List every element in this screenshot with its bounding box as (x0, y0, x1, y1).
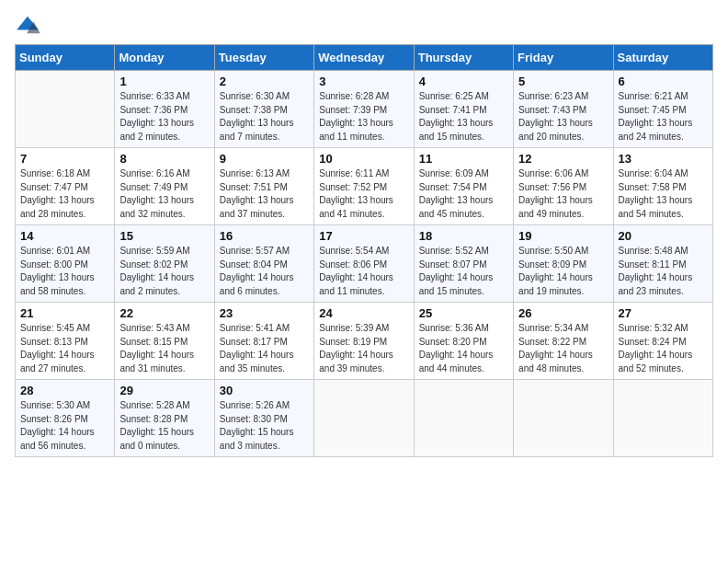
day-header-monday: Monday (115, 45, 214, 71)
cell-info: Sunrise: 6:04 AM Sunset: 7:58 PM Dayligh… (619, 167, 708, 221)
calendar-cell: 28Sunrise: 5:30 AM Sunset: 8:26 PM Dayli… (16, 380, 115, 457)
day-number: 27 (619, 306, 708, 320)
day-number: 21 (20, 306, 109, 320)
calendar-cell: 7Sunrise: 6:18 AM Sunset: 7:47 PM Daylig… (16, 148, 115, 225)
day-number: 10 (319, 152, 408, 166)
cell-info: Sunrise: 6:28 AM Sunset: 7:39 PM Dayligh… (319, 90, 408, 144)
calendar-cell: 3Sunrise: 6:28 AM Sunset: 7:39 PM Daylig… (314, 71, 414, 148)
cell-info: Sunrise: 5:45 AM Sunset: 8:13 PM Dayligh… (20, 322, 109, 375)
cell-info: Sunrise: 5:32 AM Sunset: 8:24 PM Dayligh… (619, 322, 708, 375)
calendar-cell (314, 380, 414, 457)
cell-info: Sunrise: 5:50 AM Sunset: 8:09 PM Dayligh… (518, 245, 608, 298)
day-number: 24 (319, 306, 408, 320)
day-number: 7 (20, 152, 109, 166)
calendar-cell: 30Sunrise: 5:26 AM Sunset: 8:30 PM Dayli… (214, 380, 313, 457)
cell-info: Sunrise: 6:16 AM Sunset: 7:49 PM Dayligh… (119, 167, 209, 221)
day-number: 4 (419, 75, 508, 88)
day-number: 17 (319, 229, 408, 243)
day-number: 22 (119, 306, 209, 320)
calendar-cell: 22Sunrise: 5:43 AM Sunset: 8:15 PM Dayli… (115, 303, 214, 380)
cell-info: Sunrise: 6:21 AM Sunset: 7:45 PM Dayligh… (619, 90, 708, 144)
calendar-cell: 27Sunrise: 5:32 AM Sunset: 8:24 PM Dayli… (613, 303, 712, 380)
day-header-sunday: Sunday (16, 45, 115, 71)
day-header-friday: Friday (514, 45, 613, 71)
day-number: 11 (419, 152, 508, 166)
day-number: 12 (518, 152, 608, 166)
day-number: 3 (319, 75, 408, 88)
week-row-1: 1Sunrise: 6:33 AM Sunset: 7:36 PM Daylig… (16, 71, 713, 148)
day-number: 6 (619, 75, 708, 88)
cell-info: Sunrise: 5:36 AM Sunset: 8:20 PM Dayligh… (419, 322, 508, 375)
day-number: 15 (119, 229, 209, 243)
day-header-thursday: Thursday (414, 45, 513, 71)
calendar-cell: 8Sunrise: 6:16 AM Sunset: 7:49 PM Daylig… (115, 148, 214, 225)
calendar-cell (414, 380, 513, 457)
cell-info: Sunrise: 5:41 AM Sunset: 8:17 PM Dayligh… (220, 322, 309, 375)
page-header (15, 15, 713, 35)
day-number: 16 (220, 229, 309, 243)
calendar-cell: 12Sunrise: 6:06 AM Sunset: 7:56 PM Dayli… (514, 148, 613, 225)
day-number: 26 (518, 306, 608, 320)
day-number: 18 (419, 229, 508, 243)
calendar-cell: 19Sunrise: 5:50 AM Sunset: 8:09 PM Dayli… (514, 225, 613, 303)
week-row-5: 28Sunrise: 5:30 AM Sunset: 8:26 PM Dayli… (16, 380, 713, 457)
calendar-table: SundayMondayTuesdayWednesdayThursdayFrid… (15, 44, 713, 457)
cell-info: Sunrise: 5:57 AM Sunset: 8:04 PM Dayligh… (220, 245, 309, 298)
day-number: 13 (619, 152, 708, 166)
calendar-cell: 13Sunrise: 6:04 AM Sunset: 7:58 PM Dayli… (613, 148, 712, 225)
day-number: 14 (20, 229, 109, 243)
calendar-cell: 4Sunrise: 6:25 AM Sunset: 7:41 PM Daylig… (414, 71, 513, 148)
logo-icon (15, 15, 40, 35)
calendar-cell: 1Sunrise: 6:33 AM Sunset: 7:36 PM Daylig… (115, 71, 214, 148)
cell-info: Sunrise: 6:23 AM Sunset: 7:43 PM Dayligh… (518, 90, 608, 144)
day-header-wednesday: Wednesday (314, 45, 414, 71)
cell-info: Sunrise: 6:11 AM Sunset: 7:52 PM Dayligh… (319, 167, 408, 221)
day-number: 29 (119, 384, 209, 397)
cell-info: Sunrise: 5:30 AM Sunset: 8:26 PM Dayligh… (20, 399, 109, 453)
cell-info: Sunrise: 6:06 AM Sunset: 7:56 PM Dayligh… (518, 167, 608, 221)
day-number: 30 (220, 384, 309, 397)
calendar-cell: 18Sunrise: 5:52 AM Sunset: 8:07 PM Dayli… (414, 225, 513, 303)
calendar-cell: 17Sunrise: 5:54 AM Sunset: 8:06 PM Dayli… (314, 225, 414, 303)
day-number: 23 (220, 306, 309, 320)
cell-info: Sunrise: 5:52 AM Sunset: 8:07 PM Dayligh… (419, 245, 508, 298)
cell-info: Sunrise: 5:48 AM Sunset: 8:11 PM Dayligh… (619, 245, 708, 298)
cell-info: Sunrise: 5:59 AM Sunset: 8:02 PM Dayligh… (119, 245, 209, 298)
day-header-tuesday: Tuesday (214, 45, 313, 71)
day-number: 25 (419, 306, 508, 320)
cell-info: Sunrise: 5:34 AM Sunset: 8:22 PM Dayligh… (518, 322, 608, 375)
calendar-cell: 9Sunrise: 6:13 AM Sunset: 7:51 PM Daylig… (214, 148, 313, 225)
week-row-2: 7Sunrise: 6:18 AM Sunset: 7:47 PM Daylig… (16, 148, 713, 225)
day-number: 9 (220, 152, 309, 166)
calendar-cell (613, 380, 712, 457)
day-number: 5 (518, 75, 608, 88)
calendar-cell: 23Sunrise: 5:41 AM Sunset: 8:17 PM Dayli… (214, 303, 313, 380)
cell-info: Sunrise: 6:09 AM Sunset: 7:54 PM Dayligh… (419, 167, 508, 221)
day-number: 1 (119, 75, 209, 88)
cell-info: Sunrise: 6:18 AM Sunset: 7:47 PM Dayligh… (20, 167, 109, 221)
cell-info: Sunrise: 5:26 AM Sunset: 8:30 PM Dayligh… (220, 399, 309, 453)
cell-info: Sunrise: 5:43 AM Sunset: 8:15 PM Dayligh… (119, 322, 209, 375)
cell-info: Sunrise: 6:30 AM Sunset: 7:38 PM Dayligh… (220, 90, 309, 144)
cell-info: Sunrise: 5:39 AM Sunset: 8:19 PM Dayligh… (319, 322, 408, 375)
week-row-4: 21Sunrise: 5:45 AM Sunset: 8:13 PM Dayli… (16, 303, 713, 380)
calendar-cell: 26Sunrise: 5:34 AM Sunset: 8:22 PM Dayli… (514, 303, 613, 380)
calendar-cell: 5Sunrise: 6:23 AM Sunset: 7:43 PM Daylig… (514, 71, 613, 148)
day-number: 2 (220, 75, 309, 88)
calendar-cell: 21Sunrise: 5:45 AM Sunset: 8:13 PM Dayli… (16, 303, 115, 380)
calendar-cell: 16Sunrise: 5:57 AM Sunset: 8:04 PM Dayli… (214, 225, 313, 303)
cell-info: Sunrise: 6:13 AM Sunset: 7:51 PM Dayligh… (220, 167, 309, 221)
calendar-cell (16, 71, 115, 148)
day-number: 28 (20, 384, 109, 397)
calendar-cell: 14Sunrise: 6:01 AM Sunset: 8:00 PM Dayli… (16, 225, 115, 303)
cell-info: Sunrise: 5:54 AM Sunset: 8:06 PM Dayligh… (319, 245, 408, 298)
day-number: 8 (119, 152, 209, 166)
calendar-cell: 2Sunrise: 6:30 AM Sunset: 7:38 PM Daylig… (214, 71, 313, 148)
calendar-cell: 10Sunrise: 6:11 AM Sunset: 7:52 PM Dayli… (314, 148, 414, 225)
calendar-cell (514, 380, 613, 457)
calendar-cell: 25Sunrise: 5:36 AM Sunset: 8:20 PM Dayli… (414, 303, 513, 380)
calendar-cell: 20Sunrise: 5:48 AM Sunset: 8:11 PM Dayli… (613, 225, 712, 303)
day-number: 20 (619, 229, 708, 243)
calendar-cell: 6Sunrise: 6:21 AM Sunset: 7:45 PM Daylig… (613, 71, 712, 148)
calendar-cell: 29Sunrise: 5:28 AM Sunset: 8:28 PM Dayli… (115, 380, 214, 457)
